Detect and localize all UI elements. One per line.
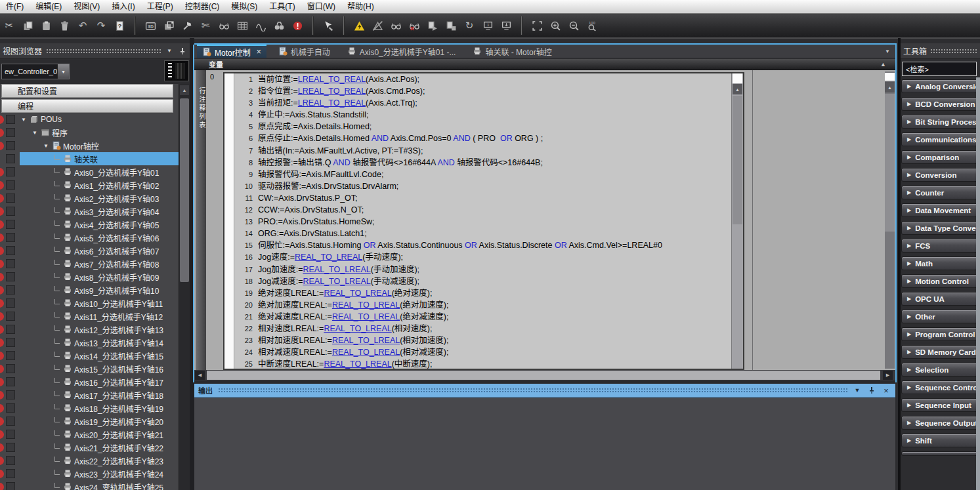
expander-icon[interactable]: ▼ <box>20 117 28 123</box>
toolbox-category[interactable]: ▶Data Movement <box>901 203 980 217</box>
menu-item-6[interactable]: 控制器(C) <box>179 0 226 13</box>
code-line[interactable]: 7轴出错(In:=Axis.MFaultLvl.Active, PT:=T#3S… <box>234 145 731 157</box>
explorer-scrollbar[interactable]: ▲ <box>179 84 190 490</box>
scroll-up-icon[interactable]: ▲ <box>180 85 189 95</box>
status-checkbox[interactable] <box>6 377 15 386</box>
build-button[interactable] <box>179 17 196 34</box>
go-online-button[interactable] <box>351 17 368 34</box>
toolbox-category[interactable]: ▶Motion Control <box>901 274 980 288</box>
toolbox-category[interactable]: ▶Data Type Conversion <box>901 221 980 235</box>
status-checkbox[interactable] <box>6 115 15 124</box>
code-line[interactable]: 16Jog速度:=REAL_TO_LREAL(手动速度); <box>234 251 731 263</box>
menu-item-5[interactable]: 工程(P) <box>141 0 179 13</box>
toolbox-scrollbar[interactable] <box>976 77 980 490</box>
code-line[interactable]: 11CW:=Axis.DrvStatus.P_OT; <box>234 192 731 204</box>
stop-monitor-button[interactable] <box>406 17 423 34</box>
status-checkbox[interactable] <box>6 167 15 176</box>
code-line[interactable]: 8轴控报警:=轴出错.Q AND 轴报警代码<>16#644A AND 轴报警代… <box>234 157 731 169</box>
status-checkbox[interactable] <box>6 141 15 150</box>
tree-item[interactable]: Axis1_分选机械手Y轴02 <box>0 178 179 192</box>
code-line[interactable]: 13PRO:=Axis.DrvStatus.HomeSw; <box>234 216 731 228</box>
scrollbar-thumb[interactable] <box>733 73 742 83</box>
code-line[interactable]: 18Jog减速度:=REAL_TO_LREAL(手动减速度); <box>234 276 731 287</box>
menu-item-2[interactable]: 编辑(E) <box>30 0 68 13</box>
status-checkbox[interactable] <box>6 417 15 426</box>
tree-item[interactable]: Axis0_分选机械手Y轴01 <box>0 165 179 178</box>
code-line[interactable]: 4停止中:=Axis.Status.Standstill; <box>234 109 731 121</box>
scrollbar-thumb[interactable] <box>885 94 895 232</box>
zoom-in-button[interactable] <box>547 17 564 34</box>
tree-item[interactable]: Axis16_分选机械手Y轴17 <box>0 375 179 388</box>
tree-item[interactable]: Axis17_分选机械手Y轴18 <box>0 388 179 401</box>
scrollbar-thumb[interactable] <box>180 98 189 282</box>
tree-item[interactable]: Axis8_分选机械手Y轴09 <box>0 270 179 283</box>
tab-4[interactable]: 轴关联 - Motor轴控 <box>467 45 557 58</box>
expander-icon[interactable]: ▼ <box>42 143 50 149</box>
toolbox-category[interactable]: ▶Analog Conversion <box>901 79 980 93</box>
zoom-out-button[interactable] <box>565 17 582 34</box>
toolbox-category[interactable]: ▶SD Memory Card <box>901 345 980 359</box>
status-checkbox[interactable] <box>6 325 15 334</box>
code-line[interactable]: 1当前位置:=LREAL_TO_REAL(Axis.Act.Pos); <box>234 73 731 85</box>
scrollbar-thumb[interactable] <box>207 371 880 380</box>
tree-item[interactable]: Axis4_分选机械手Y轴05 <box>0 218 179 231</box>
code-line[interactable]: 2指令位置:=LREAL_TO_REAL(Axis.Cmd.Pos); <box>234 85 731 97</box>
synchronize-button[interactable]: ↻ <box>461 17 478 34</box>
status-checkbox[interactable] <box>6 154 15 163</box>
expander-icon[interactable]: ▼ <box>31 130 39 136</box>
toolbox-category[interactable]: ▶Program Control <box>901 327 980 341</box>
run-mode-button[interactable] <box>424 17 441 34</box>
tree-item[interactable]: Axis18_分选机械手Y轴19 <box>0 401 179 415</box>
toolbox-category[interactable]: ▶Counter <box>901 186 980 199</box>
tree-item[interactable]: Axis10_分选机械手Y轴11 <box>0 296 179 310</box>
zoom-100-button[interactable]: 100 <box>584 17 601 34</box>
editor-horizontal-scrollbar[interactable]: ◀ ▶ <box>194 370 895 380</box>
line-comment-list-strip[interactable]: 行注释列表 <box>196 70 206 370</box>
menu-item-8[interactable]: 工具(T) <box>263 0 301 13</box>
help-button[interactable]: ? <box>111 17 128 34</box>
status-checkbox[interactable] <box>6 469 15 478</box>
editor-scrollbar[interactable]: ▲ <box>885 71 895 369</box>
tree-item[interactable]: Axis20_分选机械手Y轴21 <box>0 428 179 441</box>
pin-icon[interactable] <box>866 385 877 396</box>
tree-item[interactable]: Axis7_分选机械手Y轴08 <box>0 257 179 270</box>
menu-item-10[interactable]: 帮助(H) <box>341 0 380 13</box>
tab-3[interactable]: Axis0_分选机械手Y轴01 -... <box>342 45 461 58</box>
code-line[interactable]: 23相对加速度LREAL:=REAL_TO_LREAL(相对加速度); <box>234 335 731 346</box>
code-line[interactable]: 14ORG:=Axis.DrvStatus.Latch1; <box>234 228 731 239</box>
tree-item[interactable]: Axis11_分选机械手Y轴12 <box>0 310 179 323</box>
tree-item[interactable]: Axis5_分选机械手Y轴06 <box>0 231 179 244</box>
tree-item[interactable]: Axis9_分选机械手Y轴10 <box>0 283 179 296</box>
chevron-down-icon[interactable]: ▼ <box>164 46 175 56</box>
tree-item[interactable]: Axis21_分选机械手Y轴22 <box>0 441 179 454</box>
configurations-setup-button[interactable]: 配置和设置 <box>1 84 173 98</box>
toolbox-category[interactable]: ▶Sequence Input <box>901 398 980 412</box>
menu-item-4[interactable]: 插入(I) <box>106 0 140 13</box>
controller-selector[interactable]: ew_Controller_0 ▼ <box>1 64 70 79</box>
close-icon[interactable]: × <box>881 385 891 396</box>
menu-item-3[interactable]: 视图(V) <box>68 0 106 13</box>
scroll-right-icon[interactable]: ▶ <box>883 371 893 380</box>
cut-button[interactable]: ✂ <box>1 17 18 34</box>
go-offline-button[interactable] <box>369 17 386 34</box>
code-line[interactable]: 12CCW:=Axis.DrvStatus.N_OT; <box>234 204 731 216</box>
status-checkbox[interactable] <box>6 482 15 490</box>
status-checkbox[interactable] <box>6 456 15 465</box>
toolbox-category[interactable]: ▶BCD Conversion <box>901 97 980 111</box>
scroll-up-icon[interactable]: ▲ <box>885 82 895 92</box>
code-line[interactable]: 22相对速度LREAL:=REAL_TO_LREAL(相对速度); <box>234 323 731 335</box>
toolbox-category[interactable]: ▶Shift <box>901 434 980 447</box>
scrollbar-thumb[interactable] <box>885 73 895 81</box>
tree-item[interactable]: Axis12_分选机械手Y轴13 <box>0 323 179 336</box>
code-line[interactable]: 10驱动器报警:=Axis.DrvStatus.DrvAlarm; <box>234 180 731 192</box>
code-line[interactable]: 21绝对减速度LREAL:=REAL_TO_LREAL(绝对减速度); <box>234 311 731 323</box>
tree-item[interactable]: ▼POUs <box>0 113 179 126</box>
toolbox-category[interactable]: ▶OPC UA <box>901 292 980 306</box>
tree-item[interactable]: Axis3_分选机械手Y轴04 <box>0 205 179 218</box>
redo-button[interactable]: ↷ <box>93 17 110 34</box>
code-line[interactable]: 3当前扭矩:=LREAL_TO_REAL(Axis.Act.Trq); <box>234 97 731 109</box>
paste-button[interactable] <box>37 17 54 34</box>
menu-item-9[interactable]: 窗口(W) <box>301 0 341 13</box>
toolbox-category[interactable]: ▶Conversion <box>901 168 980 182</box>
variables-section-bar[interactable]: 变量 ▲ <box>194 59 895 70</box>
